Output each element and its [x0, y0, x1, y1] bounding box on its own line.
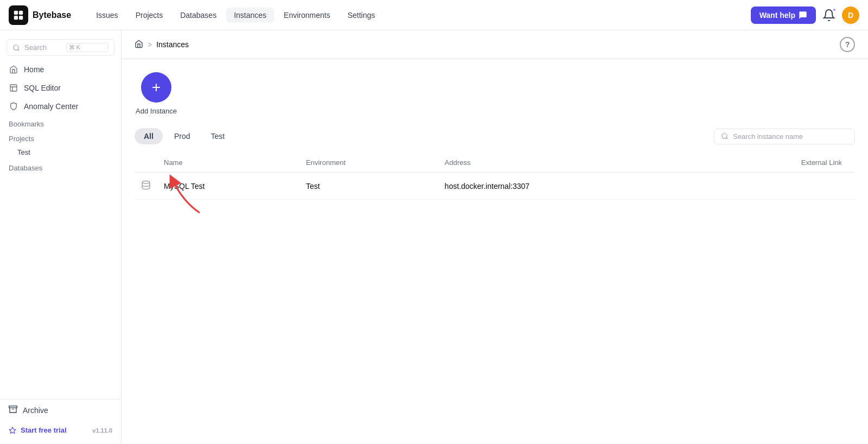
- sidebar-sub-item-test[interactable]: Test: [0, 145, 121, 160]
- breadcrumb-current: Instances: [156, 40, 189, 49]
- col-address: Address: [438, 153, 696, 173]
- svg-rect-0: [14, 10, 18, 14]
- svg-point-9: [722, 134, 727, 138]
- home-breadcrumb-icon: [135, 40, 143, 48]
- breadcrumb-separator: >: [148, 40, 152, 49]
- main-content: > Instances ? + Add Instance All Prod Te…: [122, 30, 868, 444]
- layout: Search ⌘ K Home SQL Editor Anomaly Cente…: [0, 30, 868, 444]
- search-instance-icon: [721, 132, 729, 140]
- sidebar-item-archive[interactable]: Archive: [0, 399, 121, 421]
- svg-rect-5: [10, 85, 17, 91]
- notifications-icon[interactable]: [822, 9, 835, 22]
- table-body: MySQL Test Test host.docker.internal:330…: [135, 173, 855, 200]
- svg-point-4: [14, 45, 18, 49]
- add-instance-circle: +: [141, 72, 171, 103]
- help-icon[interactable]: ?: [840, 37, 855, 52]
- logo[interactable]: Bytebase: [9, 5, 71, 25]
- top-nav: Bytebase Issues Projects Databases Insta…: [0, 0, 868, 30]
- nav-items: Issues Projects Databases Instances Envi…: [88, 8, 737, 23]
- filter-row: All Prod Test Search instance name: [135, 128, 855, 144]
- search-instance-placeholder: Search instance name: [733, 132, 803, 141]
- row-icon-cell: [135, 173, 157, 200]
- nav-right: Want help D: [751, 7, 859, 24]
- help-circle[interactable]: ?: [840, 37, 855, 52]
- home-icon: [9, 65, 18, 74]
- svg-rect-3: [19, 15, 23, 19]
- svg-marker-8: [9, 427, 16, 433]
- sidebar-item-sql-editor[interactable]: SQL Editor: [0, 79, 121, 97]
- filter-tabs: All Prod Test: [135, 128, 234, 144]
- svg-rect-2: [14, 15, 18, 19]
- user-avatar[interactable]: D: [842, 7, 859, 24]
- add-instance-button[interactable]: + Add Instance: [135, 72, 178, 115]
- sidebar-sql-editor-label: SQL Editor: [24, 84, 61, 92]
- nav-item-issues[interactable]: Issues: [88, 8, 125, 23]
- instances-table-container: Name Environment Address External Link: [135, 153, 855, 200]
- col-external-link: External Link: [696, 153, 855, 173]
- col-name: Name: [157, 153, 299, 173]
- sparkle-icon: [9, 427, 16, 434]
- databases-label: Databases: [0, 160, 121, 176]
- home-breadcrumb[interactable]: [135, 40, 143, 50]
- search-shortcut: ⌘ K: [66, 43, 109, 52]
- sidebar-item-home[interactable]: Home: [0, 60, 121, 79]
- brand-name: Bytebase: [33, 10, 71, 20]
- anomaly-center-icon: [9, 102, 18, 111]
- archive-label: Archive: [23, 406, 48, 415]
- version-label: v1.11.0: [92, 427, 112, 434]
- sidebar-anomaly-center-label: Anomaly Center: [24, 102, 78, 111]
- plus-icon: +: [152, 80, 161, 95]
- content-area: + Add Instance All Prod Test Search inst…: [122, 59, 868, 444]
- chat-icon: [799, 11, 807, 20]
- start-free-trial-label: Start free trial: [21, 426, 67, 434]
- nav-item-settings[interactable]: Settings: [340, 8, 383, 23]
- filter-tab-test[interactable]: Test: [201, 128, 234, 144]
- nav-item-projects[interactable]: Projects: [128, 8, 171, 23]
- instances-table: Name Environment Address External Link: [135, 153, 855, 200]
- sql-editor-icon: [9, 83, 18, 93]
- search-icon: [12, 44, 20, 52]
- want-help-button[interactable]: Want help: [751, 7, 816, 24]
- row-address: host.docker.internal:3307: [438, 173, 696, 200]
- svg-rect-1: [19, 10, 23, 14]
- table-row[interactable]: MySQL Test Test host.docker.internal:330…: [135, 173, 855, 200]
- svg-rect-6: [9, 406, 17, 408]
- sidebar-bottom: Archive Start free trial v1.11.0: [0, 399, 121, 440]
- instance-db-icon: [141, 180, 151, 190]
- sidebar: Search ⌘ K Home SQL Editor Anomaly Cente…: [0, 30, 122, 444]
- nav-item-instances[interactable]: Instances: [226, 8, 274, 23]
- notification-badge: [832, 8, 837, 12]
- bookmarks-label: Bookmarks: [0, 116, 121, 132]
- row-name: MySQL Test: [157, 173, 299, 200]
- table-header: Name Environment Address External Link: [135, 153, 855, 173]
- add-instance-label: Add Instance: [136, 107, 177, 115]
- filter-tab-all[interactable]: All: [135, 128, 163, 144]
- sidebar-home-label: Home: [24, 65, 44, 74]
- search-instance-input[interactable]: Search instance name: [714, 129, 855, 144]
- svg-point-10: [142, 181, 150, 184]
- col-icon: [135, 153, 157, 173]
- logo-icon: [9, 5, 28, 25]
- search-placeholder: Search: [24, 43, 62, 52]
- search-box[interactable]: Search ⌘ K: [7, 39, 114, 56]
- row-external-link: [696, 173, 855, 200]
- nav-item-databases[interactable]: Databases: [173, 8, 224, 23]
- row-environment: Test: [299, 173, 438, 200]
- archive-icon: [9, 405, 17, 415]
- start-free-trial-button[interactable]: Start free trial v1.11.0: [0, 421, 121, 440]
- projects-label: Projects: [0, 132, 121, 145]
- breadcrumb: > Instances ?: [122, 30, 868, 59]
- col-environment: Environment: [299, 153, 438, 173]
- sidebar-item-anomaly-center[interactable]: Anomaly Center: [0, 97, 121, 116]
- nav-item-environments[interactable]: Environments: [276, 8, 338, 23]
- filter-tab-prod[interactable]: Prod: [165, 128, 200, 144]
